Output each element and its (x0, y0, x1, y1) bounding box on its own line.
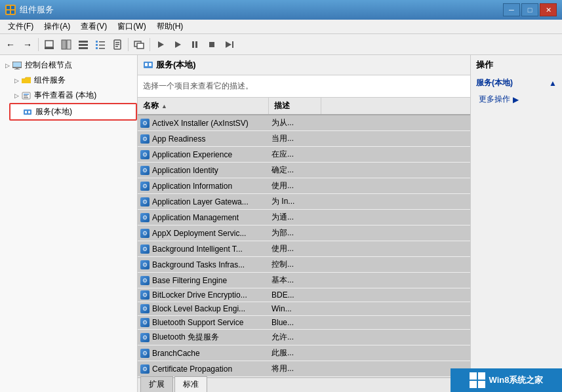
table-row[interactable]: ⚙ Application Management 为通... (138, 210, 470, 225)
maximize-button[interactable]: □ (521, 3, 538, 16)
row-name-12: ⚙ Block Level Backup Engi... (138, 302, 269, 315)
table-row[interactable]: ⚙ Bluetooth 免提服务 允许... (138, 330, 470, 345)
win8-logo-tr (478, 372, 485, 380)
row-desc-13: Blue... (269, 316, 321, 329)
row-desc-4: 使用... (269, 178, 321, 193)
table-row[interactable]: ⚙ Application Identity 确定... (138, 163, 470, 178)
toolbar-list[interactable] (75, 37, 91, 52)
svg-rect-25 (192, 41, 194, 48)
row-desc-14: 允许... (269, 330, 321, 345)
table-row[interactable]: ⚙ Background Tasks Infras... 控制... (138, 257, 470, 273)
toolbar-sep-2 (128, 38, 129, 51)
service-icon-11: ⚙ (140, 290, 150, 300)
tree-label-root: 控制台根节点 (25, 60, 72, 71)
tree-expand-eventlog[interactable]: ▷ (12, 91, 21, 100)
table-row[interactable]: ⚙ ActiveX Installer (AxInstSV) 为从... (138, 115, 470, 131)
row-desc-8: 使用... (269, 241, 321, 256)
table-row[interactable]: ⚙ Base Filtering Engine 基本... (138, 273, 470, 288)
svg-rect-9 (79, 44, 88, 46)
service-icon-3: ⚙ (140, 166, 150, 175)
toolbar-play2[interactable] (170, 37, 186, 52)
menu-help[interactable]: 帮助(H) (151, 20, 189, 33)
menu-view[interactable]: 查看(V) (75, 20, 112, 33)
service-icon-13: ⚙ (140, 318, 150, 327)
services-panel-title: 服务(本地) (156, 59, 196, 71)
row-name-5: ⚙ Application Layer Gatewa... (138, 195, 269, 208)
tree-item-component[interactable]: ▷ 组件服务 (9, 73, 137, 88)
svg-marker-28 (226, 41, 231, 48)
table-row[interactable]: ⚙ Certificate Propagation 将用... (138, 361, 470, 377)
menu-action[interactable]: 操作(A) (39, 20, 75, 33)
row-desc-16: 将用... (269, 361, 321, 376)
eventlog-icon (21, 90, 31, 101)
table-row[interactable]: ⚙ App Readiness 当用... (138, 131, 470, 147)
tab-standard[interactable]: 标准 (174, 376, 207, 392)
close-button[interactable]: ✕ (540, 3, 557, 16)
minimize-button[interactable]: ─ (503, 3, 520, 16)
menu-file[interactable]: 文件(F) (3, 20, 39, 33)
table-row[interactable]: ⚙ Background Intelligent T... 使用... (138, 241, 470, 257)
table-row[interactable]: ⚙ Block Level Backup Engi... Win... (138, 302, 470, 316)
tree-item-services[interactable]: ▷ 服务(本地) (9, 103, 137, 121)
svg-rect-27 (209, 42, 214, 47)
row-name-2: ⚙ Application Experience (138, 148, 269, 161)
toolbar-properties[interactable] (110, 37, 125, 52)
table-row[interactable]: ⚙ AppX Deployment Servic... 为部... (138, 225, 470, 241)
toolbar-pause[interactable] (187, 37, 203, 52)
win8-logo (470, 372, 485, 388)
table-row[interactable]: ⚙ BranchCache 此服... (138, 345, 470, 361)
toolbar-play[interactable] (153, 37, 169, 52)
win8-badge: Win8系统之家 (451, 368, 562, 392)
tree-label-component: 组件服务 (34, 75, 66, 86)
services-header-icon (143, 60, 153, 70)
tree-item-eventlog[interactable]: ▷ 事件查看器 (本地) (9, 88, 137, 103)
svg-rect-2 (7, 10, 10, 14)
row-desc-2: 在应... (269, 147, 321, 162)
svg-rect-37 (24, 97, 28, 98)
toolbar-forward[interactable]: → (20, 37, 35, 52)
tree-expand-component[interactable]: ▷ (12, 76, 21, 85)
toolbar-show-hide[interactable] (58, 37, 74, 52)
table-row[interactable]: ⚙ Application Information 使用... (138, 178, 470, 194)
service-icon-0: ⚙ (140, 119, 150, 128)
toolbar-restart[interactable] (221, 37, 237, 52)
toolbar-details[interactable] (92, 37, 108, 52)
action-more[interactable]: 更多操作 ▶ (473, 92, 559, 106)
menu-window[interactable]: 窗口(W) (112, 20, 151, 33)
svg-rect-36 (24, 95, 28, 96)
toolbar-back[interactable]: ← (3, 37, 18, 52)
toolbar-new-window[interactable] (131, 37, 147, 52)
actions-sub-header[interactable]: 服务(本地) ▲ (473, 76, 559, 90)
row-name-8: ⚙ Background Intelligent T... (138, 243, 269, 256)
row-name-6: ⚙ Application Management (138, 211, 269, 224)
row-name-14: ⚙ Bluetooth 免提服务 (138, 330, 269, 345)
service-icon-2: ⚙ (140, 150, 150, 159)
row-desc-9: 控制... (269, 257, 321, 272)
col-header-name[interactable]: 名称 ▲ (138, 98, 269, 114)
table-row[interactable]: ⚙ Bluetooth Support Service Blue... (138, 316, 470, 330)
toolbar-stop[interactable] (204, 37, 220, 52)
actions-arrow-icon: ▲ (549, 79, 557, 88)
toolbar-up[interactable] (41, 37, 57, 52)
table-row[interactable]: ⚙ BitLocker Drive Encryptio... BDE... (138, 288, 470, 302)
tree-expand-root[interactable]: ▷ (3, 61, 12, 70)
bottom-tabs: 扩展 标准 (138, 378, 470, 392)
center-area: 服务(本地) 选择一个项目来查看它的描述。 名称 ▲ 描述 (138, 55, 470, 392)
svg-rect-5 (45, 47, 54, 49)
service-icon-4: ⚙ (140, 182, 150, 191)
tree-item-root[interactable]: ▷ 控制台根节点 (0, 58, 137, 73)
svg-rect-14 (99, 45, 105, 46)
col-header-desc[interactable]: 描述 (269, 98, 321, 114)
svg-rect-13 (96, 44, 98, 46)
tab-extend[interactable]: 扩展 (140, 376, 173, 392)
service-icon-14: ⚙ (140, 333, 150, 342)
svg-rect-26 (195, 41, 197, 48)
row-name-9: ⚙ Background Tasks Infras... (138, 258, 269, 271)
table-row[interactable]: ⚙ Application Layer Gatewa... 为 In... (138, 194, 470, 210)
table-body[interactable]: ⚙ ActiveX Installer (AxInstSV) 为从... ⚙ A… (138, 115, 470, 378)
svg-rect-0 (7, 6, 10, 9)
row-name-11: ⚙ BitLocker Drive Encryptio... (138, 288, 269, 302)
svg-rect-15 (96, 47, 98, 49)
table-row[interactable]: ⚙ Application Experience 在应... (138, 147, 470, 163)
svg-rect-38 (24, 109, 31, 115)
